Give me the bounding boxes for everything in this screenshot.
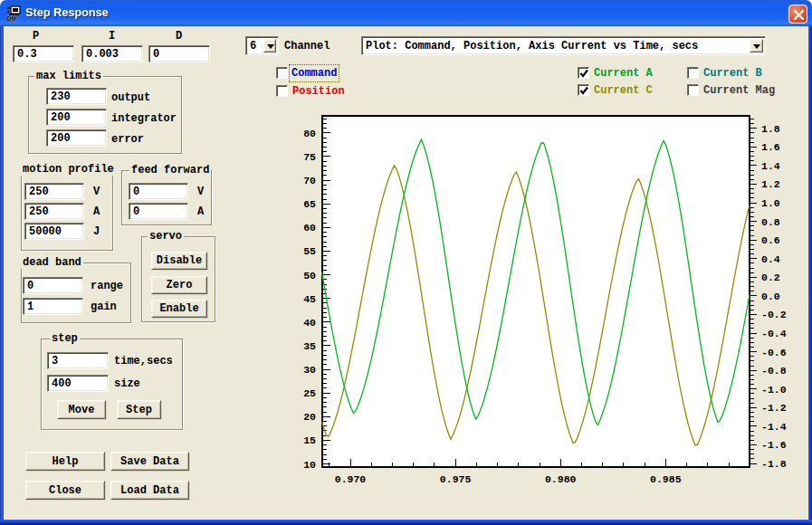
svg-text:15: 15: [303, 434, 316, 446]
svg-text:-0.2: -0.2: [761, 309, 787, 320]
svg-text:35: 35: [303, 340, 316, 352]
svg-text:70: 70: [303, 175, 316, 186]
svg-text:60: 60: [303, 222, 316, 234]
svg-text:55: 55: [303, 245, 316, 257]
svg-text:80: 80: [303, 128, 316, 139]
svg-text:40: 40: [303, 317, 316, 329]
svg-text:0.985: 0.985: [650, 473, 682, 485]
svg-text:-1.6: -1.6: [761, 439, 787, 451]
svg-text:30: 30: [303, 364, 316, 376]
svg-text:0.980: 0.980: [545, 473, 577, 485]
svg-text:1.2: 1.2: [761, 178, 780, 190]
svg-text:-1.0: -1.0: [761, 384, 787, 396]
svg-text:-0.8: -0.8: [761, 365, 787, 377]
svg-text:-1.4: -1.4: [761, 421, 787, 433]
svg-text:-0.4: -0.4: [761, 328, 787, 339]
svg-text:0.975: 0.975: [440, 473, 472, 485]
svg-text:1.8: 1.8: [761, 123, 780, 135]
svg-text:45: 45: [303, 293, 316, 305]
svg-text:-1.2: -1.2: [761, 402, 787, 414]
svg-text:1.6: 1.6: [761, 141, 780, 153]
svg-text:1.4: 1.4: [761, 160, 780, 172]
svg-text:10: 10: [303, 459, 316, 471]
svg-text:25: 25: [303, 387, 316, 399]
svg-text:50: 50: [303, 270, 316, 282]
svg-text:0.6: 0.6: [761, 234, 780, 246]
svg-text:75: 75: [303, 151, 316, 163]
svg-text:0.8: 0.8: [761, 216, 780, 228]
svg-text:-1.8: -1.8: [761, 458, 787, 470]
svg-text:-0.6: -0.6: [761, 347, 787, 358]
svg-text:1.0: 1.0: [761, 197, 780, 209]
svg-text:0.4: 0.4: [761, 253, 780, 265]
svg-text:0.2: 0.2: [761, 272, 780, 283]
svg-text:0.0: 0.0: [761, 291, 780, 302]
svg-text:20: 20: [303, 411, 316, 423]
svg-text:0.970: 0.970: [335, 473, 367, 485]
svg-text:65: 65: [303, 198, 316, 210]
